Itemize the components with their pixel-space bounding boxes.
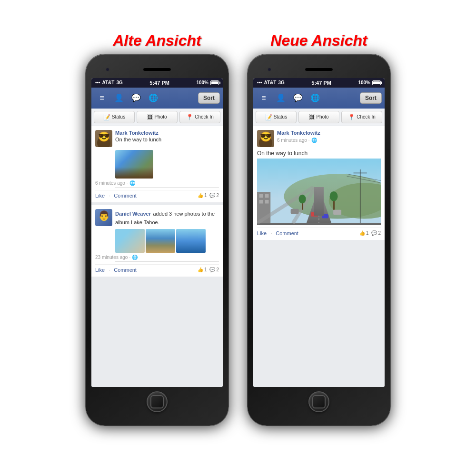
right-post-1-comment[interactable]: Comment — [276, 230, 298, 236]
left-photo-label: Photo — [154, 114, 167, 119]
left-post-2: Daniel Weaver added 3 new photos to the … — [91, 205, 223, 277]
svg-point-15 — [330, 191, 338, 201]
left-post-2-actions: Like · Comment 👍 1 💬 2 — [95, 264, 219, 273]
left-time: 5:47 PM — [149, 80, 169, 86]
left-photo-btn[interactable]: 🖼 Photo — [137, 111, 178, 123]
left-thumbsup-icon-2: 👍 — [198, 267, 203, 272]
left-comment-icon: 💬 — [209, 193, 215, 198]
right-status-btn[interactable]: 📝 Status — [256, 111, 297, 123]
left-navbar: ≡ 👤 💬 🌐 Sort — [91, 88, 223, 109]
left-status-icon: 📝 — [103, 114, 110, 120]
left-battery-icon — [210, 80, 219, 85]
svg-rect-17 — [322, 214, 328, 218]
svg-rect-16 — [311, 212, 318, 216]
right-iphone-bottom — [253, 389, 385, 415]
right-status-icon: 📝 — [265, 114, 272, 120]
right-home-button[interactable] — [308, 391, 329, 412]
right-post-1-comments-count: 💬 2 — [371, 230, 381, 236]
left-avatar-daniel — [95, 209, 112, 226]
left-photo-icon: 🖼 — [147, 114, 153, 120]
left-title: Alte Ansicht — [113, 32, 201, 50]
right-chat-icon[interactable]: 💬 — [290, 90, 306, 106]
left-phone-section: Alte Ansicht ••• AT&T 3G 5:47 PM 100% — [86, 32, 228, 426]
right-people-icon[interactable]: 👤 — [273, 90, 288, 106]
left-post-1-counts: 👍 1 💬 2 — [198, 193, 219, 198]
left-post-2-separator — [115, 261, 219, 262]
right-battery-icon — [372, 80, 381, 85]
left-post-2-meta: Daniel Weaver added 3 new photos to the … — [115, 209, 219, 226]
right-post-1-text: On the way to lunch — [257, 150, 381, 157]
right-post-1-avatar — [257, 130, 274, 147]
svg-rect-19 — [333, 209, 341, 214]
svg-rect-7 — [265, 199, 269, 203]
right-post-1-timestamp: 6 minutes ago · 🌐 — [277, 138, 381, 143]
left-checkin-btn[interactable]: 📍 Check In — [179, 111, 220, 123]
right-status-bar: ••• AT&T 3G 5:47 PM 100% — [253, 78, 385, 88]
left-post-1-like[interactable]: Like — [95, 193, 105, 199]
left-status-label: Status — [112, 114, 125, 119]
right-speaker — [305, 68, 333, 71]
left-photo-thumb-3 — [176, 229, 206, 253]
left-photo-thumb-1 — [115, 229, 145, 253]
right-time: 5:47 PM — [311, 80, 331, 86]
right-iphone: ••• AT&T 3G 5:47 PM 100% ≡ 👤 💬 🌐 — [248, 54, 390, 426]
right-title: Neue Ansicht — [270, 32, 367, 50]
right-navbar: ≡ 👤 💬 🌐 Sort — [253, 88, 385, 109]
left-post-2-comment[interactable]: Comment — [114, 267, 137, 273]
right-status-label: Status — [274, 114, 287, 119]
left-top-bar — [91, 63, 223, 76]
right-post-1-like[interactable]: Like — [257, 230, 267, 236]
left-post-2-comments-count: 💬 2 — [209, 267, 219, 272]
right-signal: ••• — [257, 80, 262, 85]
left-feed: Mark Tonkelowitz On the way to lunch 6 m… — [91, 126, 223, 387]
svg-rect-5 — [265, 194, 269, 198]
left-post-2-header: Daniel Weaver added 3 new photos to the … — [95, 209, 219, 226]
left-avatar-mark — [95, 130, 112, 147]
left-post-1-comments-count: 💬 2 — [209, 193, 219, 198]
left-checkin-label: Check In — [195, 114, 213, 119]
right-home-button-inner — [312, 395, 326, 408]
right-checkin-label: Check In — [357, 114, 375, 119]
right-sort-button[interactable]: Sort — [360, 92, 382, 104]
left-photo-thumb-2 — [146, 229, 175, 253]
left-post-1: Mark Tonkelowitz On the way to lunch 6 m… — [91, 126, 223, 202]
left-battery-area: 100% — [196, 80, 219, 85]
right-checkin-btn[interactable]: 📍 Check In — [341, 111, 382, 123]
right-post-1-name-row: Mark Tonkelowitz — [277, 130, 381, 136]
left-post-2-counts: 👍 1 💬 2 — [198, 267, 219, 272]
right-thumbsup-icon: 👍 — [359, 230, 365, 236]
right-post-1-meta: Mark Tonkelowitz 6 minutes ago · 🌐 — [277, 130, 381, 143]
left-checkin-icon: 📍 — [186, 114, 193, 120]
right-post-1: Mark Tonkelowitz 6 minutes ago · 🌐 On th… — [253, 126, 385, 240]
right-photo-btn[interactable]: 🖼 Photo — [298, 111, 339, 123]
right-post-1-counts: 👍 1 💬 2 — [359, 230, 381, 236]
right-avatar-mark — [257, 130, 274, 147]
right-battery-area: 100% — [358, 80, 381, 85]
left-post-1-text: On the way to lunch — [115, 137, 219, 142]
right-post-1-actions: Like · Comment 👍 1 💬 2 — [257, 228, 381, 236]
left-globe-icon[interactable]: 🌐 — [146, 90, 161, 106]
left-thumbsup-icon: 👍 — [198, 193, 203, 198]
right-photo-icon: 🖼 — [309, 114, 315, 120]
left-status-btn[interactable]: 📝 Status — [94, 111, 135, 123]
right-post-1-image — [257, 159, 381, 225]
left-post-1-separator — [115, 187, 219, 188]
left-home-button-inner — [150, 395, 164, 408]
left-post-1-likes: 👍 1 — [198, 193, 207, 198]
right-hamburger-icon[interactable]: ≡ — [256, 90, 271, 106]
left-chat-icon[interactable]: 💬 — [129, 90, 144, 106]
left-post-1-author: Mark Tonkelowitz — [115, 130, 219, 136]
left-home-button[interactable] — [147, 391, 168, 412]
right-phone-section: Neue Ansicht ••• AT&T 3G 5:47 PM 100% — [248, 32, 390, 426]
right-feed: Mark Tonkelowitz 6 minutes ago · 🌐 On th… — [253, 126, 385, 387]
page-container: Alte Ansicht ••• AT&T 3G 5:47 PM 100% — [0, 0, 476, 457]
right-photo-label: Photo — [316, 114, 328, 119]
right-city-svg — [257, 159, 381, 225]
left-people-icon[interactable]: 👤 — [111, 90, 127, 106]
right-globe-icon[interactable]: 🌐 — [307, 90, 323, 106]
left-sort-button[interactable]: Sort — [198, 92, 220, 104]
left-carrier: ••• AT&T 3G — [95, 80, 123, 85]
left-post-1-comment[interactable]: Comment — [114, 193, 137, 199]
left-hamburger-icon[interactable]: ≡ — [94, 90, 109, 106]
left-post-2-like[interactable]: Like — [95, 267, 105, 273]
